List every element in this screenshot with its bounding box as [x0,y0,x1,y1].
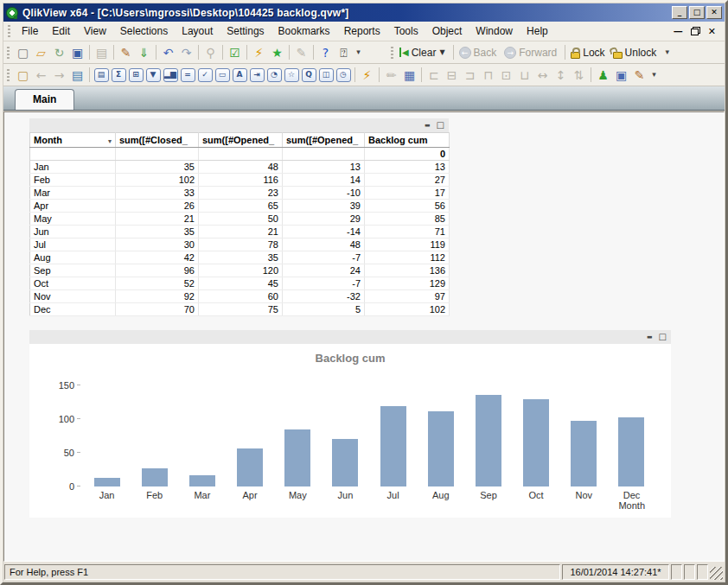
document-restore-button[interactable] [691,27,700,35]
help-button[interactable]: ? [316,43,335,61]
cell-value[interactable]: 60 [199,290,283,303]
bar-aug[interactable] [428,411,454,486]
bar-may[interactable] [284,429,310,486]
document-properties-button[interactable]: ▣ [612,66,630,84]
cell-value[interactable]: -7 [283,251,365,264]
cell-value[interactable]: -32 [283,290,365,303]
menu-reports[interactable]: Reports [337,22,387,40]
quick-chart-wizard-button[interactable]: ⚡ [250,43,268,61]
cell-feb[interactable]: Feb [30,174,116,187]
create-gauge-chart-button[interactable]: ◔ [265,66,283,84]
cell-sep[interactable]: Sep [30,264,116,277]
x-axis-label-oct[interactable]: Oct [513,490,560,500]
cell-value[interactable]: -7 [283,277,365,290]
cell-value[interactable]: 33 [116,187,199,200]
cell-value[interactable]: 92 [116,290,199,303]
cell-nov[interactable]: Nov [30,290,116,303]
cell-value[interactable]: 96 [116,264,199,277]
navigation-toolbar-overflow-button[interactable]: ▾ [661,43,673,61]
undo-layout-change-button[interactable]: ↶ [159,43,177,61]
column-header-month[interactable]: Month▾ [30,133,116,148]
column-header-sum-closed[interactable]: sum([#Closed_ [116,133,199,148]
standard-toolbar-overflow-button[interactable]: ▾ [353,43,364,61]
cell-value[interactable]: 23 [199,187,283,200]
bar-feb[interactable] [142,468,168,486]
x-axis-label-jan[interactable]: Jan [83,490,131,500]
edit-macro-button[interactable]: ♟ [594,66,612,84]
cell-value[interactable]: 5 [283,303,365,316]
create-search-object-button[interactable]: Q [300,66,317,84]
x-axis-label-nov[interactable]: Nov [560,490,608,500]
window-close-button[interactable]: ✕ [706,6,722,19]
whats-this-help-button[interactable]: ⍰ [335,43,353,61]
bar-nov[interactable] [571,421,597,486]
sheet-area[interactable]: ▬ □ Month▾sum([#Closed_sum([#Opened_sum(… [3,111,725,562]
cell-apr[interactable]: Apr [30,200,116,213]
table-minimize-button[interactable]: ▬ [425,123,431,129]
standard-toolbar-gripper[interactable] [7,47,10,59]
cell-value[interactable]: -14 [283,226,365,238]
cell-value[interactable]: 112 [365,251,450,264]
x-axis-label-aug[interactable]: Aug [417,490,464,500]
cell-value[interactable]: 56 [365,200,450,213]
cell-value[interactable]: 97 [365,290,450,303]
cell-value[interactable]: 136 [365,264,450,277]
cell-value[interactable]: 102 [116,174,199,187]
column-header-sum-opened[interactable]: sum([#Opened_ [283,133,365,148]
cell-value[interactable]: 116 [199,174,283,187]
open-document-button[interactable]: ▱ [32,43,50,61]
x-axis-label-jul[interactable]: Jul [369,490,417,500]
create-input-box-button[interactable]: ▼ [144,66,162,84]
create-table-box-button[interactable]: ⊞ [127,66,144,84]
add-bookmark-button[interactable]: ★ [268,43,286,61]
redo-layout-change-button[interactable]: ↷ [177,43,195,61]
bar-apr[interactable] [237,448,263,486]
create-list-box-button[interactable]: ▤ [93,66,110,84]
partial-reload-button[interactable]: ⇓ [135,43,153,61]
window-resize-grip[interactable] [710,567,723,580]
cell-value[interactable]: 102 [365,303,450,316]
design-grid-button[interactable]: ▦ [400,66,418,84]
cell-value[interactable]: 65 [199,200,283,213]
title-bar[interactable]: QlikView x64 - [C:\Users\mgrossi\Desktop… [3,3,725,22]
table-caption-bar[interactable]: ▬ □ [29,118,449,132]
x-axis-label-feb[interactable]: Feb [131,490,178,500]
x-axis-label-may[interactable]: May [274,490,322,500]
cell-value[interactable]: 120 [199,264,283,277]
new-document-button[interactable]: ▢ [14,43,32,61]
cell-value[interactable]: 13 [283,161,365,174]
bar-oct[interactable] [523,399,549,486]
cell-value[interactable]: 71 [365,226,450,238]
cell-value[interactable]: 85 [365,213,450,226]
menu-object[interactable]: Object [425,22,469,40]
cell-may[interactable]: May [30,213,116,226]
cell-value[interactable]: 75 [199,303,283,316]
cell-value[interactable]: 35 [116,161,199,174]
cell-value[interactable]: -10 [283,187,365,200]
cell-mar[interactable]: Mar [30,187,116,200]
sheet-properties-button[interactable]: ▤ [68,66,86,84]
cell-value[interactable]: 29 [283,213,365,226]
create-bookmark-object-button[interactable]: ☆ [283,66,300,84]
tab-main[interactable]: Main [15,89,74,110]
menu-selections[interactable]: Selections [113,22,175,40]
cell-value[interactable]: 21 [199,226,283,238]
cell-value[interactable]: 17 [365,187,450,200]
unlock-button[interactable]: Unlock [610,43,662,61]
menu-settings[interactable]: Settings [220,22,271,40]
document-minimize-button[interactable]: — [674,26,683,37]
cell-value[interactable]: 48 [283,238,365,251]
cell-value[interactable]: 39 [283,200,365,213]
window-minimize-button[interactable]: _ [672,6,687,19]
document-close-button[interactable]: ✕ [708,26,716,37]
current-selections-button[interactable]: ☑ [226,43,244,61]
cell-value[interactable]: 13 [365,161,450,174]
edit-script-button[interactable]: ✎ [117,43,135,61]
create-button-button[interactable]: ▭ [214,66,231,84]
design-toolbar-overflow-button[interactable]: ▾ [648,66,660,84]
chart-caption-bar[interactable]: ▬ □ [29,330,671,344]
cell-value[interactable]: 21 [116,213,199,226]
reload-data-button[interactable]: ↻ [50,43,68,61]
bar-dec[interactable] [618,417,644,486]
column-header-backlog-cum[interactable]: Backlog cum [365,133,450,148]
